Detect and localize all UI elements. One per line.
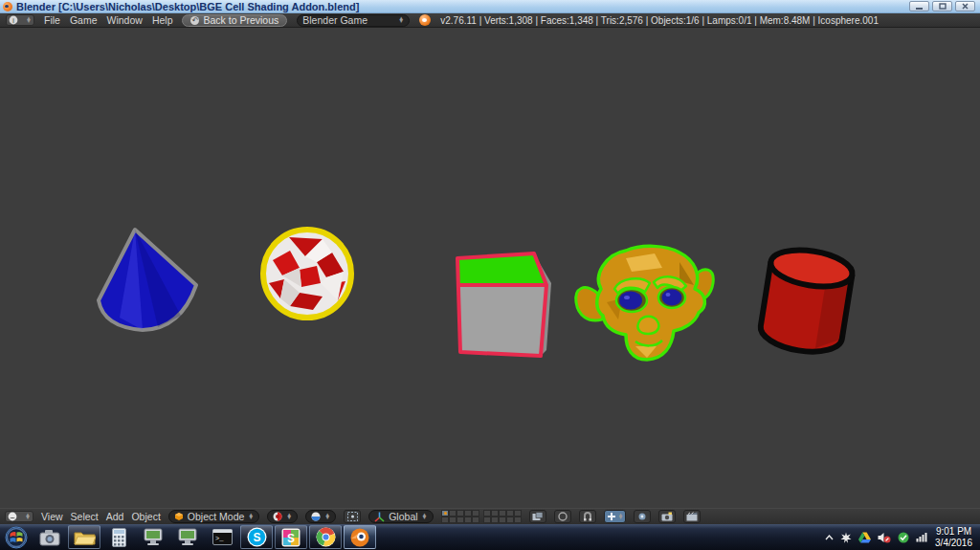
chevron-updown-icon: ▲▼ [286,514,292,519]
info-editor-icon: i [9,15,18,25]
snap-target-select[interactable] [634,510,651,523]
tray-settings-icon[interactable] [840,532,852,543]
blender-app-icon [3,2,12,11]
render-engine-select[interactable]: Blender Game ▲▼ [297,14,410,27]
start-button[interactable] [0,524,33,550]
computer-monitor-icon [177,528,198,546]
clapperboard-icon [686,512,698,521]
back-to-previous-label: Back to Previous [203,14,278,26]
taskbar-item-remote-desktop-2[interactable] [171,525,204,549]
manipulate-centers-toggle[interactable] [344,510,361,523]
taskbar-item-command-prompt[interactable]: >_ [206,525,238,549]
layer-cell-active[interactable] [441,510,449,517]
mode-select-value: Object Mode [188,511,245,522]
chevron-updown-icon: ▲▼ [398,17,404,23]
menu-object[interactable]: Object [131,511,160,522]
chevron-updown-icon: ▲▼ [618,514,624,519]
render-camera-icon [661,512,673,521]
snap-toggle[interactable] [579,510,596,523]
taskbar-clock[interactable]: 9:01 PM 3/4/2016 [935,526,972,549]
slack-icon: S [281,528,301,547]
opengl-render-button[interactable] [658,510,676,523]
taskbar-item-camera[interactable] [33,525,66,549]
editor-type-selector-3dview[interactable]: ▲▼ [5,511,33,522]
editor-type-selector[interactable]: i ▲▼ [6,14,34,26]
pivot-point-select[interactable]: ▲▼ [305,510,336,523]
computer-monitor-icon [143,528,164,546]
lock-to-scene-toggle[interactable] [529,510,546,523]
center-points-icon [347,512,358,521]
layer-group-1[interactable] [441,510,479,523]
window-titlebar[interactable]: Blender [C:\Users\Nicholas\Desktop\BGE C… [0,0,980,13]
menu-add[interactable]: Add [106,511,124,522]
chevron-updown-icon: ▲▼ [422,514,428,519]
icosphere-object[interactable] [256,223,358,324]
menu-view[interactable]: View [41,511,63,522]
monkey-object[interactable] [572,239,716,363]
folder-explorer-icon [74,529,96,546]
tray-google-drive-icon[interactable] [858,532,871,543]
axis-manipulator-icon [374,512,385,522]
blender-logo-icon [419,14,431,26]
cone-object[interactable] [91,222,204,339]
scene-lock-icon [532,512,544,521]
system-tray: 9:01 PM 3/4/2016 [825,526,980,549]
chevron-updown-icon: ▲▼ [26,17,32,23]
snap-target-icon [637,512,647,521]
desktop: Blender [C:\Users\Nicholas\Desktop\BGE C… [0,0,980,550]
proportional-edit-toggle[interactable] [554,510,571,523]
menu-file[interactable]: File [44,14,60,26]
taskbar-item-remote-desktop-1[interactable] [137,525,169,549]
tray-security-icon[interactable] [898,532,909,543]
back-to-previous-button[interactable]: ↶ Back to Previous [182,14,287,27]
viewport-shading-select[interactable]: ▲▼ [267,510,298,523]
camera-app-icon [39,529,60,546]
magnet-icon [583,512,592,521]
orientation-select-value: Global [389,511,417,522]
proportional-circle-icon [558,512,568,521]
taskbar-item-explorer[interactable] [68,525,100,549]
svg-text:S: S [287,531,295,544]
minimize-button[interactable] [909,1,929,11]
3d-viewport[interactable] [0,29,980,508]
svg-text:S: S [253,531,260,544]
chevron-updown-icon: ▲▼ [324,514,330,519]
transform-orientation-select[interactable]: Global ▲▼ [368,510,433,523]
taskbar-item-blender[interactable] [344,525,376,549]
layer-buttons[interactable] [441,510,522,523]
windows-taskbar: >_ S S [0,524,980,550]
chevron-updown-icon: ▲▼ [25,514,31,519]
scene-statistics: v2.76.11 | Verts:1,308 | Faces:1,348 | T… [440,15,879,26]
chrome-icon [316,527,336,547]
snap-increment-icon [607,512,616,521]
opengl-render-anim-button[interactable] [683,510,701,523]
menu-help[interactable]: Help [152,14,173,26]
snap-element-select[interactable]: ▲▼ [604,510,627,523]
cube-object[interactable] [438,247,561,363]
chevron-updown-icon: ▲▼ [248,514,254,519]
tray-network-icon[interactable] [916,532,928,542]
blender-taskbar-icon [349,527,370,548]
blender-info-header: i ▲▼ File Game Window Help ↶ Back to Pre… [0,13,980,28]
object-mode-cube-icon [174,512,184,521]
menu-select[interactable]: Select [71,511,99,522]
menu-window[interactable]: Window [107,14,143,26]
clock-date: 3/4/2016 [935,538,972,549]
tray-volume-muted-icon[interactable] [878,532,891,543]
taskbar-item-slack[interactable]: S [275,525,307,549]
cylinder-object[interactable] [742,241,872,367]
shading-sphere-icon [273,512,282,521]
command-prompt-icon: >_ [212,529,233,545]
taskbar-item-skype[interactable]: S [240,525,273,549]
taskbar-item-calculator[interactable] [102,525,135,549]
tray-expand-icon[interactable] [825,535,834,540]
layer-group-2[interactable] [483,510,522,523]
window-title: Blender [C:\Users\Nicholas\Desktop\BGE C… [16,1,359,12]
menu-game[interactable]: Game [70,14,98,26]
restore-button[interactable] [932,1,952,11]
windows-logo-icon [5,526,28,549]
close-button[interactable] [955,1,975,11]
pivot-sphere-icon [311,512,321,521]
mode-select[interactable]: Object Mode ▲▼ [168,510,259,523]
taskbar-item-chrome[interactable] [309,525,342,549]
